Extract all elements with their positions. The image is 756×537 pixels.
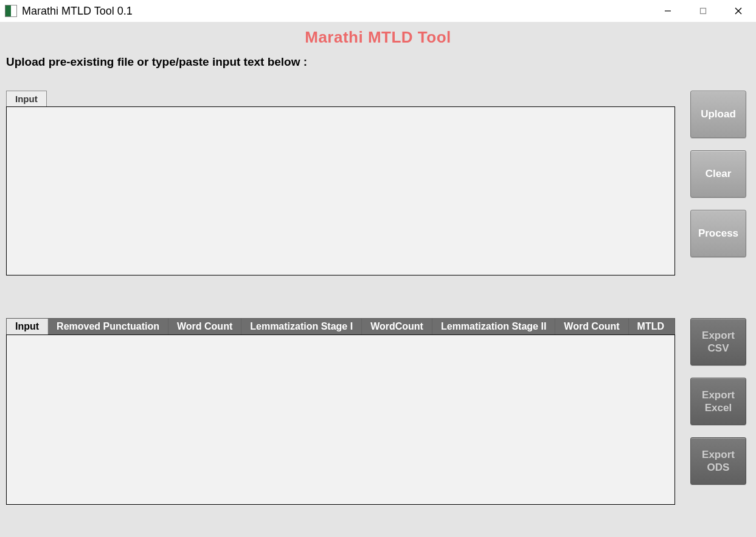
export-button-column: Export CSV Export Excel Export ODS — [690, 318, 746, 485]
tab-input[interactable]: Input — [6, 91, 47, 106]
process-button[interactable]: Process — [690, 210, 746, 257]
input-tab-strip: Input — [6, 91, 675, 106]
tab-removed-punctuation[interactable]: Removed Punctuation — [48, 319, 168, 334]
export-ods-button[interactable]: Export ODS — [690, 437, 746, 485]
page-title: Marathi MTLD Tool — [6, 28, 750, 47]
close-icon — [734, 7, 743, 15]
input-column: Input — [6, 91, 675, 275]
upload-button[interactable]: Upload — [690, 91, 746, 138]
minimize-icon — [664, 7, 672, 15]
output-textarea[interactable] — [7, 335, 675, 504]
tab-word-count-1[interactable]: Word Count — [168, 319, 241, 334]
window-controls — [650, 0, 756, 22]
close-button[interactable] — [721, 0, 756, 22]
tab-wordcount-joined[interactable]: WordCount — [362, 319, 432, 334]
maximize-icon — [699, 7, 707, 15]
tab-lemmatization-1[interactable]: Lemmatization Stage I — [241, 319, 362, 334]
output-tab-strip: Input Removed Punctuation Word Count Lem… — [6, 318, 675, 334]
client-area: Marathi MTLD Tool Upload pre-existing fi… — [0, 22, 756, 537]
primary-button-column: Upload Clear Process — [690, 91, 746, 257]
tab-output-input[interactable]: Input — [7, 319, 48, 334]
input-section: Input Upload Clear Process — [6, 91, 750, 275]
input-textarea[interactable] — [7, 107, 675, 275]
tab-word-count-2[interactable]: Word Count — [555, 319, 628, 334]
export-csv-button[interactable]: Export CSV — [690, 318, 746, 366]
svg-rect-1 — [701, 9, 706, 14]
minimize-button[interactable] — [650, 0, 685, 22]
clear-button[interactable]: Clear — [690, 150, 746, 198]
maximize-button[interactable] — [685, 0, 721, 22]
export-excel-button[interactable]: Export Excel — [690, 378, 746, 425]
output-pane — [6, 334, 675, 505]
tab-lemmatization-2[interactable]: Lemmatization Stage II — [432, 319, 555, 334]
input-pane — [6, 106, 675, 275]
titlebar: Marathi MTLD Tool 0.1 — [0, 0, 756, 22]
instruction-text: Upload pre-existing file or type/paste i… — [6, 55, 750, 69]
output-section: Input Removed Punctuation Word Count Lem… — [6, 318, 750, 505]
output-column: Input Removed Punctuation Word Count Lem… — [6, 318, 675, 505]
app-icon — [5, 5, 17, 17]
app-window: Marathi MTLD Tool 0.1 Marathi MTLD Tool … — [0, 0, 756, 537]
tab-mtld[interactable]: MTLD — [629, 319, 673, 334]
window-title: Marathi MTLD Tool 0.1 — [22, 5, 133, 18]
